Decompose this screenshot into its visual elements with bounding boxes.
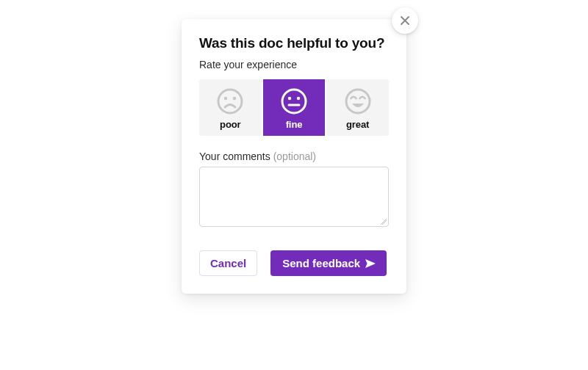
close-button[interactable] <box>392 7 418 34</box>
rating-label: great <box>346 119 369 130</box>
feedback-modal: Was this doc helpful to you? Rate your e… <box>182 19 406 294</box>
svg-point-0 <box>218 90 242 113</box>
modal-title: Was this doc helpful to you? <box>199 35 389 51</box>
face-sad-icon <box>215 87 245 116</box>
send-feedback-button[interactable]: Send feedback <box>270 250 387 276</box>
rating-option-great[interactable]: great <box>326 79 389 136</box>
modal-actions: Cancel Send feedback <box>199 250 389 276</box>
rating-option-fine[interactable]: fine <box>263 79 326 136</box>
comments-textarea[interactable] <box>199 167 389 227</box>
face-neutral-icon <box>279 87 309 116</box>
cancel-button[interactable]: Cancel <box>199 250 257 276</box>
svg-point-1 <box>224 97 227 100</box>
comments-label: Your comments (optional) <box>199 150 389 162</box>
rating-label: poor <box>220 119 240 130</box>
rating-option-poor[interactable]: poor <box>199 79 262 136</box>
rating-group: poor fine great <box>199 79 389 136</box>
svg-point-5 <box>297 97 300 100</box>
close-icon <box>399 15 411 26</box>
comments-label-text: Your comments <box>199 150 270 162</box>
send-icon <box>365 258 376 269</box>
svg-point-4 <box>288 97 291 100</box>
rating-prompt: Rate your experience <box>199 59 389 70</box>
svg-point-2 <box>233 97 236 100</box>
svg-point-3 <box>282 90 306 113</box>
face-happy-icon <box>343 87 373 116</box>
send-feedback-label: Send feedback <box>282 257 360 269</box>
rating-label: fine <box>286 119 303 130</box>
svg-point-7 <box>346 90 370 113</box>
comments-label-optional: (optional) <box>273 150 316 162</box>
